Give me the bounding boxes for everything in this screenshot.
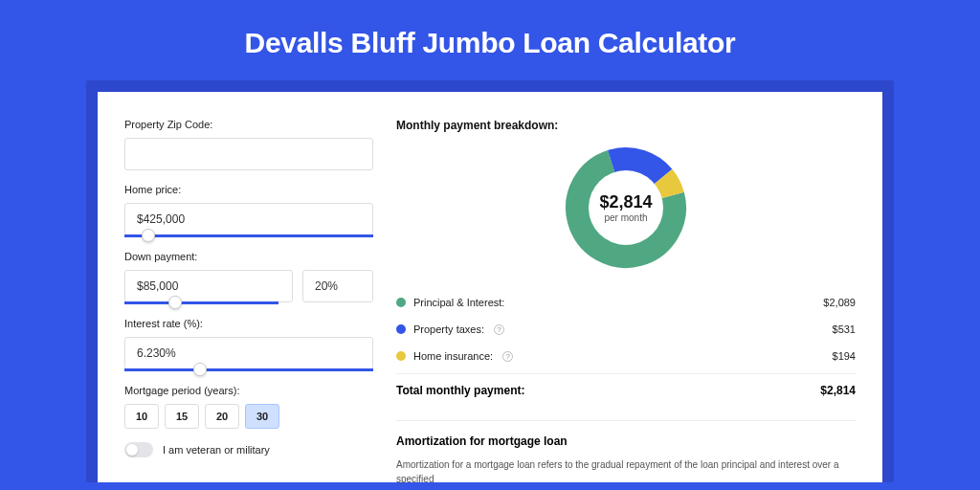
veteran-toggle-knob: [126, 444, 138, 456]
donut-center: $2,814 per month: [589, 170, 663, 245]
home-price-input[interactable]: [124, 203, 373, 235]
veteran-toggle[interactable]: [124, 442, 153, 457]
interest-rate-label: Interest rate (%):: [124, 318, 373, 329]
down-payment-slider-thumb[interactable]: [168, 296, 182, 309]
home-price-slider-thumb[interactable]: [142, 229, 155, 242]
line-home-insurance: Home insurance: ? $194: [396, 343, 856, 369]
line-value: $531: [833, 323, 856, 335]
period-btn-15[interactable]: 15: [165, 404, 199, 429]
period-buttons: 10 15 20 30: [124, 404, 373, 429]
page-title: Devalls Bluff Jumbo Loan Calculator: [0, 0, 980, 80]
period-label: Mortgage period (years):: [124, 385, 373, 396]
donut-sub: per month: [604, 212, 647, 223]
down-payment-group: Down payment:: [124, 251, 373, 304]
donut-amount: $2,814: [599, 192, 652, 212]
zip-label: Property Zip Code:: [124, 119, 373, 130]
amortization-section: Amortization for mortgage loan Amortizat…: [396, 420, 856, 486]
line-label: Principal & Interest:: [413, 297, 504, 308]
breakdown-title: Monthly payment breakdown:: [396, 119, 856, 132]
total-row: Total monthly payment: $2,814: [396, 373, 856, 407]
zip-field-group: Property Zip Code:: [124, 119, 373, 170]
home-price-group: Home price:: [124, 184, 373, 237]
down-payment-slider[interactable]: [124, 301, 278, 304]
card-shadow: Property Zip Code: Home price: Down paym…: [86, 80, 894, 482]
info-icon[interactable]: ?: [494, 324, 504, 335]
veteran-toggle-row: I am veteran or military: [124, 442, 373, 457]
period-group: Mortgage period (years): 10 15 20 30: [124, 385, 373, 429]
line-label: Home insurance:: [413, 350, 493, 362]
interest-rate-input[interactable]: [124, 337, 373, 369]
veteran-label: I am veteran or military: [163, 444, 270, 456]
interest-rate-slider[interactable]: [124, 368, 373, 371]
home-price-label: Home price:: [124, 184, 373, 195]
down-payment-label: Down payment:: [124, 251, 373, 262]
interest-rate-group: Interest rate (%):: [124, 318, 373, 371]
line-principal-interest: Principal & Interest: $2,089: [396, 289, 856, 316]
donut-chart: $2,814 per month: [564, 145, 688, 270]
amortization-text: Amortization for a mortgage loan refers …: [396, 457, 856, 486]
line-label: Property taxes:: [413, 323, 484, 335]
donut-wrap: $2,814 per month: [396, 145, 856, 270]
dot-green-icon: [396, 298, 406, 307]
line-property-taxes: Property taxes: ? $531: [396, 316, 856, 343]
amortization-title: Amortization for mortgage loan: [396, 434, 856, 448]
line-value: $194: [833, 350, 856, 362]
calculator-card: Property Zip Code: Home price: Down paym…: [98, 92, 882, 482]
home-price-slider[interactable]: [124, 234, 373, 237]
down-payment-pct-input[interactable]: [302, 270, 373, 302]
down-payment-input[interactable]: [124, 270, 293, 302]
period-btn-30[interactable]: 30: [245, 404, 279, 429]
dot-yellow-icon: [396, 351, 406, 361]
period-btn-20[interactable]: 20: [205, 404, 239, 429]
info-icon[interactable]: ?: [502, 351, 513, 362]
total-label: Total monthly payment:: [396, 384, 524, 397]
breakdown-column: Monthly payment breakdown: $2,814 per mo…: [396, 119, 856, 482]
total-value: $2,814: [820, 384, 856, 397]
period-btn-10[interactable]: 10: [124, 404, 159, 429]
dot-blue-icon: [396, 324, 406, 334]
line-value: $2,089: [823, 297, 856, 308]
interest-rate-slider-thumb[interactable]: [193, 363, 207, 376]
inputs-column: Property Zip Code: Home price: Down paym…: [124, 119, 373, 482]
zip-input[interactable]: [124, 138, 373, 170]
